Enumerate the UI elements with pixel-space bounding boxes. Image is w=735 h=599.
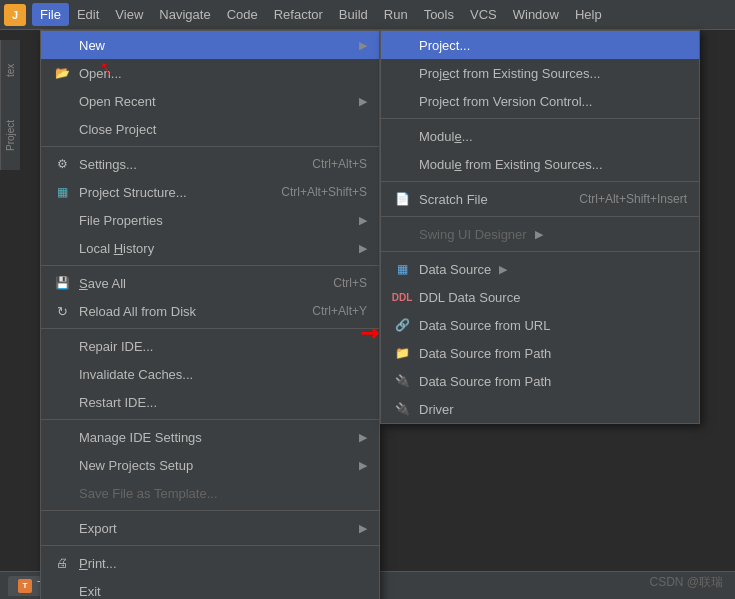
restart-label: Restart IDE... xyxy=(79,395,367,410)
print-icon: 🖨 xyxy=(53,554,71,572)
power-save-label: Exit xyxy=(79,584,367,599)
manage-settings-icon xyxy=(53,428,71,446)
file-properties-label: File Properties xyxy=(79,213,351,228)
swing-icon xyxy=(393,225,411,243)
sep4 xyxy=(41,419,379,420)
save-template-label: Save File as Template... xyxy=(79,486,367,501)
new-project-existing-label: Project from Existing Sources... xyxy=(419,66,600,81)
file-save-all[interactable]: 💾 Save All Ctrl+S xyxy=(41,269,379,297)
bottom-tab-icon: T xyxy=(18,579,32,593)
settings-label: Settings... xyxy=(79,157,312,172)
new-module-existing-label: Module from Existing Sources... xyxy=(419,157,603,172)
project-label: Project xyxy=(0,100,20,170)
menu-window[interactable]: Window xyxy=(505,3,567,26)
new-path-source[interactable]: 📁 Data Source from Path xyxy=(381,339,699,367)
new-driver[interactable]: 🔌 Driver xyxy=(381,395,699,423)
file-power-save[interactable]: Exit xyxy=(41,577,379,599)
export-label: Export xyxy=(79,521,351,536)
restart-icon xyxy=(53,393,71,411)
menu-file[interactable]: File xyxy=(32,3,69,26)
open-recent-arrow: ▶ xyxy=(359,95,367,108)
menu-view[interactable]: View xyxy=(107,3,151,26)
menu-run[interactable]: Run xyxy=(376,3,416,26)
file-project-structure[interactable]: ▦ Project Structure... Ctrl+Alt+Shift+S xyxy=(41,178,379,206)
settings-shortcut: Ctrl+Alt+S xyxy=(312,157,367,171)
save-template-icon xyxy=(53,484,71,502)
new-swing-designer: Swing UI Designer ▶ xyxy=(381,220,699,248)
project-structure-icon: ▦ xyxy=(53,183,71,201)
new-arrow-icon: ▶ xyxy=(359,39,367,52)
file-close-project[interactable]: Close Project xyxy=(41,115,379,143)
file-new[interactable]: New ▶ xyxy=(41,31,379,59)
sub-sep1 xyxy=(381,118,699,119)
menu-edit[interactable]: Edit xyxy=(69,3,107,26)
file-save-template: Save File as Template... xyxy=(41,479,379,507)
new-module-existing[interactable]: Module from Existing Sources... xyxy=(381,150,699,178)
local-history-label: Local History xyxy=(79,241,351,256)
menu-build[interactable]: Build xyxy=(331,3,376,26)
new-submenu: Project... Project from Existing Sources… xyxy=(380,30,700,424)
file-invalidate[interactable]: Invalidate Caches... xyxy=(41,360,379,388)
new-scratch[interactable]: 📄 Scratch File Ctrl+Alt+Shift+Insert xyxy=(381,185,699,213)
new-project-vcs-label: Project from Version Control... xyxy=(419,94,592,109)
new-project-label: Project... xyxy=(419,38,470,53)
file-reload[interactable]: ↻ Reload All from Disk Ctrl+Alt+Y xyxy=(41,297,379,325)
settings-icon: ⚙ xyxy=(53,155,71,173)
file-properties[interactable]: File Properties ▶ xyxy=(41,206,379,234)
new-path-source-label: Data Source from Path xyxy=(419,346,551,361)
open-recent-icon xyxy=(53,92,71,110)
save-all-shortcut: Ctrl+S xyxy=(333,276,367,290)
menu-help[interactable]: Help xyxy=(567,3,610,26)
new-label: New xyxy=(79,38,351,53)
project-structure-shortcut: Ctrl+Alt+Shift+S xyxy=(281,185,367,199)
reload-icon: ↻ xyxy=(53,302,71,320)
menu-navigate[interactable]: Navigate xyxy=(151,3,218,26)
menu-vcs[interactable]: VCS xyxy=(462,3,505,26)
new-project[interactable]: Project... xyxy=(381,31,699,59)
file-open[interactable]: 📂 Open... xyxy=(41,59,379,87)
sub-sep4 xyxy=(381,251,699,252)
driver-icon: 🔌 xyxy=(393,400,411,418)
new-driver-source[interactable]: 🔌 Data Source from Path xyxy=(381,367,699,395)
file-dropdown-menu: New ▶ 📂 Open... Open Recent ▶ Close Proj… xyxy=(40,30,380,599)
manage-settings-arrow: ▶ xyxy=(359,431,367,444)
file-print[interactable]: 🖨 Print... xyxy=(41,549,379,577)
new-project-existing[interactable]: Project from Existing Sources... xyxy=(381,59,699,87)
swing-arrow: ▶ xyxy=(535,228,543,241)
sep5 xyxy=(41,510,379,511)
file-local-history[interactable]: Local History ▶ xyxy=(41,234,379,262)
file-settings[interactable]: ⚙ Settings... Ctrl+Alt+S xyxy=(41,150,379,178)
reload-shortcut: Ctrl+Alt+Y xyxy=(312,304,367,318)
repair-icon xyxy=(53,337,71,355)
path-source-icon: 📁 xyxy=(393,344,411,362)
file-new-project-setup[interactable]: New Projects Setup ▶ xyxy=(41,451,379,479)
data-source-icon: ▦ xyxy=(393,260,411,278)
new-url-source[interactable]: 🔗 Data Source from URL xyxy=(381,311,699,339)
new-module-label: Module... xyxy=(419,129,473,144)
local-history-icon xyxy=(53,239,71,257)
new-driver-source-label: Data Source from Path xyxy=(419,374,551,389)
new-ddl-source[interactable]: DDL DDL Data Source xyxy=(381,283,699,311)
sub-sep2 xyxy=(381,181,699,182)
file-repair[interactable]: Repair IDE... xyxy=(41,332,379,360)
new-driver-label: Driver xyxy=(419,402,454,417)
sep1 xyxy=(41,146,379,147)
project-vcs-icon xyxy=(393,92,411,110)
sep6 xyxy=(41,545,379,546)
new-module[interactable]: Module... xyxy=(381,122,699,150)
menu-refactor[interactable]: Refactor xyxy=(266,3,331,26)
menu-tools[interactable]: Tools xyxy=(416,3,462,26)
power-save-icon xyxy=(53,582,71,599)
new-data-source[interactable]: ▦ Data Source ▶ xyxy=(381,255,699,283)
new-scratch-label: Scratch File xyxy=(419,192,488,207)
file-manage-settings[interactable]: Manage IDE Settings ▶ xyxy=(41,423,379,451)
new-project-setup-label: New Projects Setup xyxy=(79,458,351,473)
file-export[interactable]: Export ▶ xyxy=(41,514,379,542)
new-url-source-label: Data Source from URL xyxy=(419,318,551,333)
new-project-vcs[interactable]: Project from Version Control... xyxy=(381,87,699,115)
file-open-recent[interactable]: Open Recent ▶ xyxy=(41,87,379,115)
menu-code[interactable]: Code xyxy=(219,3,266,26)
new-icon xyxy=(53,36,71,54)
file-restart[interactable]: Restart IDE... xyxy=(41,388,379,416)
scratch-shortcut: Ctrl+Alt+Shift+Insert xyxy=(579,192,687,206)
